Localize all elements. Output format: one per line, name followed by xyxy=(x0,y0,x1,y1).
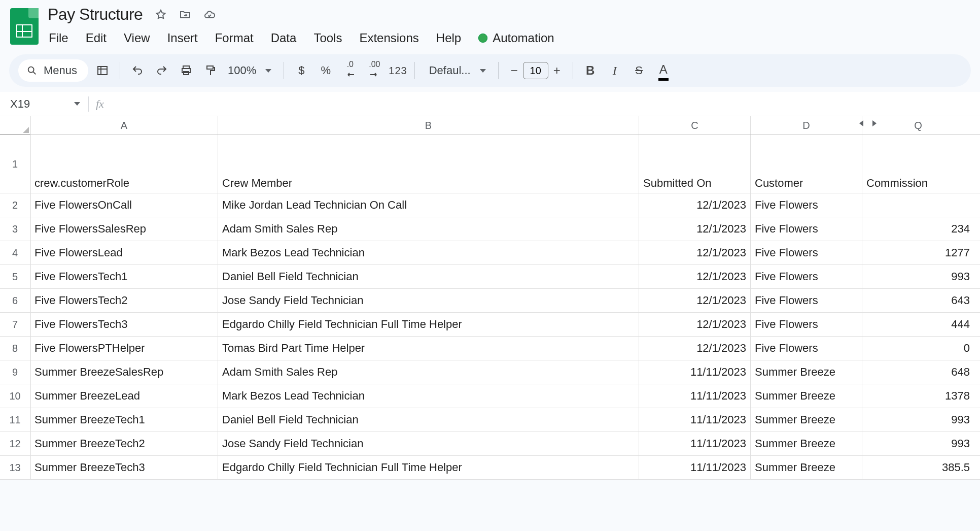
strikethrough-button[interactable]: S xyxy=(629,60,649,81)
cell-Q[interactable]: 0 xyxy=(862,337,974,360)
format-currency-button[interactable]: $ xyxy=(291,60,311,81)
cell-D[interactable]: Five Flowers xyxy=(751,241,862,264)
menu-help[interactable]: Help xyxy=(435,29,462,47)
font-size-decrease-button[interactable]: − xyxy=(506,62,523,79)
bold-button[interactable]: B xyxy=(580,60,601,81)
cell-D[interactable]: Summer Breeze xyxy=(751,456,862,479)
cell-D[interactable]: Summer Breeze xyxy=(751,408,862,432)
menus-search[interactable]: Menus xyxy=(18,59,88,82)
text-color-button[interactable]: A xyxy=(653,60,674,81)
cell-C1[interactable]: Submitted On xyxy=(639,135,751,193)
col-header-D[interactable]: D xyxy=(751,116,862,135)
cell-Q[interactable]: 993 xyxy=(862,265,974,288)
cell-C[interactable]: 11/11/2023 xyxy=(639,456,751,479)
cell-C[interactable]: 11/11/2023 xyxy=(639,432,751,455)
font-size-increase-button[interactable]: + xyxy=(548,62,566,79)
document-title[interactable]: Pay Structure xyxy=(48,5,143,24)
cell-C[interactable]: 12/1/2023 xyxy=(639,313,751,336)
table-view-icon[interactable] xyxy=(92,60,113,81)
cell-B[interactable]: Mark Bezos Lead Technician xyxy=(218,384,639,408)
menu-format[interactable]: Format xyxy=(214,29,255,47)
cell-A[interactable]: Five FlowersTech3 xyxy=(30,313,218,336)
row-header[interactable]: 2 xyxy=(0,193,30,217)
cell-A1[interactable]: crew.customerRole xyxy=(30,135,218,193)
cell-A[interactable]: Summer BreezeTech1 xyxy=(30,408,218,432)
cell-Q[interactable]: 1378 xyxy=(862,384,974,408)
col-header-C[interactable]: C xyxy=(639,116,751,135)
cell-C[interactable]: 12/1/2023 xyxy=(639,217,751,241)
sheets-logo-icon[interactable] xyxy=(10,8,39,45)
cell-D[interactable]: Summer Breeze xyxy=(751,432,862,455)
name-box-dropdown-icon[interactable] xyxy=(74,102,80,106)
menu-data[interactable]: Data xyxy=(270,29,298,47)
increase-decimal-button[interactable]: .00 xyxy=(364,60,384,81)
zoom-dropdown-icon[interactable] xyxy=(265,69,271,73)
cell-D[interactable]: Five Flowers xyxy=(751,193,862,217)
cell-C[interactable]: 11/11/2023 xyxy=(639,360,751,384)
cell-A[interactable]: Summer BreezeTech2 xyxy=(30,432,218,455)
cell-B[interactable]: Tomas Bird Part Time Helper xyxy=(218,337,639,360)
cell-D1[interactable]: Customer xyxy=(751,135,862,193)
zoom-level[interactable]: 100% xyxy=(225,64,259,77)
row-header[interactable]: 12 xyxy=(0,432,30,455)
cell-B[interactable]: Jose Sandy Field Technician xyxy=(218,432,639,455)
cell-Q[interactable]: 385.5 xyxy=(862,456,974,479)
redo-icon[interactable] xyxy=(152,60,172,81)
menu-tools[interactable]: Tools xyxy=(312,29,343,47)
cell-D[interactable]: Summer Breeze xyxy=(751,360,862,384)
cell-D[interactable]: Summer Breeze xyxy=(751,384,862,408)
cell-B[interactable]: Daniel Bell Field Technician xyxy=(218,265,639,288)
decrease-decimal-button[interactable]: .0 xyxy=(340,60,360,81)
cell-D[interactable]: Five Flowers xyxy=(751,217,862,241)
cell-B[interactable]: Mark Bezos Lead Technician xyxy=(218,241,639,264)
menu-insert[interactable]: Insert xyxy=(166,29,199,47)
star-icon[interactable] xyxy=(155,9,167,21)
row-header[interactable]: 6 xyxy=(0,289,30,312)
cell-A[interactable]: Five FlowersTech1 xyxy=(30,265,218,288)
move-folder-icon[interactable] xyxy=(179,9,191,21)
menu-edit[interactable]: Edit xyxy=(85,29,108,47)
row-header[interactable]: 5 xyxy=(0,265,30,288)
select-all-corner[interactable] xyxy=(0,116,30,135)
cell-C[interactable]: 12/1/2023 xyxy=(639,193,751,217)
cell-C[interactable]: 12/1/2023 xyxy=(639,265,751,288)
col-header-Q[interactable]: Q xyxy=(862,116,974,135)
cell-A[interactable]: Summer BreezeTech3 xyxy=(30,456,218,479)
hidden-columns-indicator[interactable] xyxy=(859,120,877,126)
cell-D[interactable]: Five Flowers xyxy=(751,289,862,312)
cell-Q[interactable]: 234 xyxy=(862,217,974,241)
print-icon[interactable] xyxy=(176,60,196,81)
cell-C[interactable]: 12/1/2023 xyxy=(639,289,751,312)
menu-extensions[interactable]: Extensions xyxy=(358,29,419,47)
cell-C[interactable]: 12/1/2023 xyxy=(639,337,751,360)
cell-A[interactable]: Summer BreezeSalesRep xyxy=(30,360,218,384)
cell-A[interactable]: Five FlowersOnCall xyxy=(30,193,218,217)
cell-Q[interactable]: 1277 xyxy=(862,241,974,264)
menu-file[interactable]: File xyxy=(48,29,69,47)
cell-D[interactable]: Five Flowers xyxy=(751,313,862,336)
font-dropdown-icon[interactable] xyxy=(480,69,486,73)
cell-B[interactable]: Mike Jordan Lead Technician On Call xyxy=(218,193,639,217)
name-box[interactable]: X19 xyxy=(0,97,86,111)
cell-D[interactable]: Five Flowers xyxy=(751,265,862,288)
more-formats-button[interactable]: 123 xyxy=(389,65,407,77)
cell-B[interactable]: Edgardo Chilly Field Technician Full Tim… xyxy=(218,456,639,479)
cell-C[interactable]: 11/11/2023 xyxy=(639,384,751,408)
cell-Q[interactable] xyxy=(862,193,974,217)
cell-B[interactable]: Daniel Bell Field Technician xyxy=(218,408,639,432)
menu-view[interactable]: View xyxy=(123,29,151,47)
cell-Q[interactable]: 643 xyxy=(862,289,974,312)
format-percent-button[interactable]: % xyxy=(316,60,336,81)
row-header[interactable]: 3 xyxy=(0,217,30,241)
cell-B1[interactable]: Crew Member xyxy=(218,135,639,193)
col-header-B[interactable]: B xyxy=(218,116,639,135)
cell-Q[interactable]: 648 xyxy=(862,360,974,384)
row-header[interactable]: 4 xyxy=(0,241,30,264)
cell-B[interactable]: Adam Smith Sales Rep xyxy=(218,217,639,241)
cell-A[interactable]: Summer BreezeLead xyxy=(30,384,218,408)
cell-A[interactable]: Five FlowersPTHelper xyxy=(30,337,218,360)
paint-format-icon[interactable] xyxy=(200,60,221,81)
cell-C[interactable]: 12/1/2023 xyxy=(639,241,751,264)
cell-A[interactable]: Five FlowersSalesRep xyxy=(30,217,218,241)
italic-button[interactable]: I xyxy=(605,60,625,81)
